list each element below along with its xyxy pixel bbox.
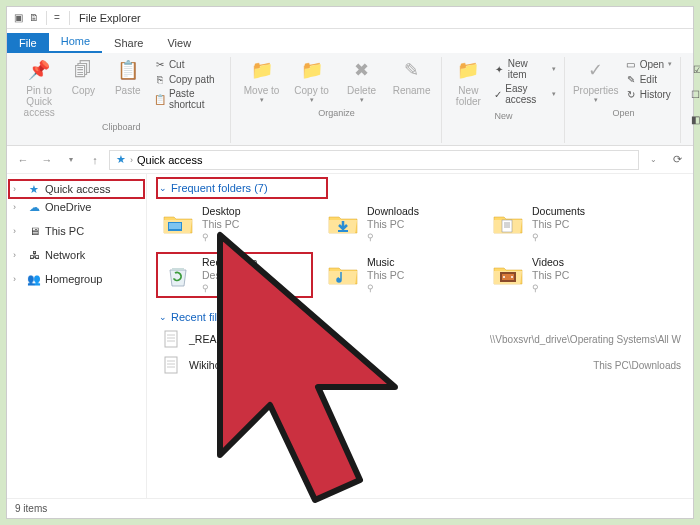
expand-icon[interactable]: › [13,202,23,212]
svg-rect-16 [165,357,177,373]
folder-videos[interactable]: VideosThis PC⚲ [487,253,642,298]
address-bar[interactable]: ★ › Quick access [109,150,639,170]
group-select: ☑Select all ☐Select none ◧Invert selecti… [683,57,700,143]
select-none-button[interactable]: ☐Select none [689,82,700,106]
svg-point-7 [337,278,341,282]
expand-icon[interactable]: › [13,226,23,236]
recent-dropdown[interactable]: ▾ [61,150,81,170]
pin-quick-access-button[interactable]: 📌 Pin to Quick access [19,57,59,120]
ribbon: 📌 Pin to Quick access 🗐 Copy 📋 Paste ✂Cu… [7,53,693,146]
moveto-icon: 📁 [250,59,274,83]
properties-button[interactable]: ✓ Properties▾ [573,57,619,106]
expand-icon[interactable]: › [13,274,23,284]
qat-eq-icon[interactable]: = [50,11,64,25]
pin-icon: ⚲ [202,232,241,243]
invert-selection-button[interactable]: ◧Invert selection [689,107,700,131]
sidebar-item-this-pc[interactable]: ›🖥This PC [9,222,144,240]
pin-icon: ⚲ [367,283,404,294]
folder-location: This PC [202,218,241,231]
open-icon: ▭ [625,58,637,70]
tree-icon: 👥 [27,272,41,286]
group-label-open: Open [612,108,634,118]
group-label-clipboard: Clipboard [102,122,141,132]
pin-icon: 📌 [27,59,51,83]
svg-point-10 [503,276,505,278]
file-icon [159,329,183,349]
folder-name: Downloads [367,205,419,218]
folder-music[interactable]: MusicThis PC⚲ [322,253,477,298]
copy-button[interactable]: 🗐 Copy [63,57,103,98]
copy-path-button[interactable]: ⎘Copy path [152,72,224,86]
sidebar-item-onedrive[interactable]: ›☁OneDrive [9,198,144,216]
file-name: _README [189,333,490,345]
copyto-icon: 📁 [300,59,324,83]
easy-access-button[interactable]: ✓Easy access▾ [491,82,558,106]
copy-icon: 🗐 [71,59,95,83]
folder-documents[interactable]: DocumentsThis PC⚲ [487,202,642,247]
folder-icon [325,259,361,291]
up-button[interactable]: ↑ [85,150,105,170]
new-item-button[interactable]: ✦New item▾ [491,57,558,81]
expand-icon[interactable]: › [13,250,23,260]
folder-location: This PC [532,218,585,231]
folder-location: This PC [532,269,569,282]
copypath-icon: ⎘ [154,73,166,85]
tree-label: Network [45,249,85,261]
pin-icon: ⚲ [532,283,569,294]
refresh-button[interactable]: ⟳ [667,150,687,170]
rename-button[interactable]: ✎ Rename [389,57,435,98]
group-label-organize: Organize [318,108,355,118]
folder-icon: ▣ [11,11,25,25]
forward-button[interactable]: → [37,150,57,170]
status-bar: 9 items [7,498,693,518]
svg-rect-12 [165,331,177,347]
file-icon [159,355,183,375]
file-row[interactable]: Wikihow Standard GrThis PC\Downloads [157,353,683,377]
paste-button[interactable]: 📋 Paste [108,57,148,98]
chevron-down-icon: ⌄ [159,312,167,322]
folder-downloads[interactable]: DownloadsThis PC⚲ [322,202,477,247]
open-button[interactable]: ▭Open▾ [623,57,674,71]
sidebar-item-quick-access[interactable]: ›★Quick access [9,180,144,198]
group-label-new: New [495,111,513,121]
copy-to-button[interactable]: 📁 Copy to▾ [289,57,335,106]
folder-desktop[interactable]: DesktopThis PC⚲ [157,202,312,247]
selectnone-icon: ☐ [691,88,700,100]
tab-file[interactable]: File [7,33,49,53]
sidebar-item-network[interactable]: ›🖧Network [9,246,144,264]
cut-button[interactable]: ✂Cut [152,57,224,71]
dropdown-icon[interactable]: ⌄ [643,150,663,170]
frequent-folders-header[interactable]: ⌄ Frequent folders (7) [157,178,327,198]
body: ›★Quick access›☁OneDrive›🖥This PC›🖧Netwo… [7,174,693,498]
delete-button[interactable]: ✖ Delete▾ [339,57,385,106]
edit-button[interactable]: ✎Edit [623,72,674,86]
group-new: 📁 New folder ✦New item▾ ✓Easy access▾ Ne… [444,57,565,143]
tab-share[interactable]: Share [102,33,155,53]
history-button[interactable]: ↻History [623,87,674,101]
tree-label: Homegroup [45,273,102,285]
file-row[interactable]: _README\\Vboxsvr\d_drive\Operating Syste… [157,327,683,351]
newfolder-icon: 📁 [456,59,480,83]
back-button[interactable]: ← [13,150,33,170]
svg-point-11 [511,276,513,278]
expand-icon[interactable]: › [13,184,23,194]
tab-view[interactable]: View [155,33,203,53]
easyaccess-icon: ✓ [493,88,502,100]
recent-files-header[interactable]: ⌄ Recent files (2) [157,307,683,327]
new-folder-button[interactable]: 📁 New folder [450,57,488,109]
tree-icon: 🖧 [27,248,41,262]
svg-rect-3 [502,220,512,232]
window-title: File Explorer [79,12,141,24]
move-to-button[interactable]: 📁 Move to▾ [239,57,285,106]
tree-label: This PC [45,225,84,237]
select-all-button[interactable]: ☑Select all [689,57,700,81]
paste-shortcut-button[interactable]: 📋Paste shortcut [152,87,224,111]
folder-recycle-bin[interactable]: Recycle BinDesktop⚲ [157,253,312,298]
group-clipboard: 📌 Pin to Quick access 🗐 Copy 📋 Paste ✂Cu… [13,57,231,143]
sidebar-item-homegroup[interactable]: ›👥Homegroup [9,270,144,288]
svg-rect-2 [338,230,348,232]
address-location: Quick access [137,154,202,166]
qat-doc-icon[interactable]: 🗎 [27,11,41,25]
tab-home[interactable]: Home [49,31,102,53]
tree-icon: 🖥 [27,224,41,238]
